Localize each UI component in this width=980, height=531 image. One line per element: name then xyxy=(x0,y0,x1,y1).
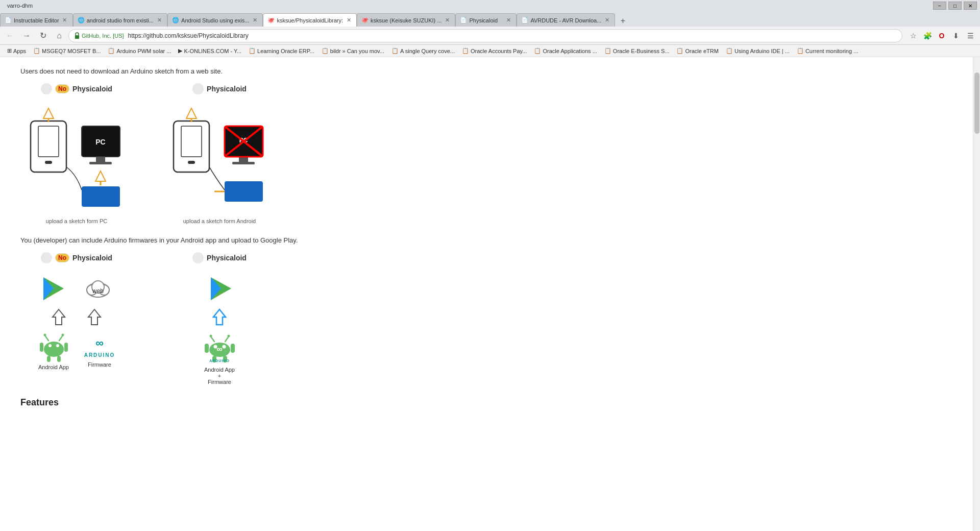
icon-row-arrow-right xyxy=(209,307,230,327)
bookmark-konlines-label: K-ONLINES.COM - Y... xyxy=(184,48,241,54)
no-badge-1: No xyxy=(55,84,69,93)
title-bar-text: varro-dhm xyxy=(7,3,33,9)
scrollbar-thumb[interactable] xyxy=(974,73,979,134)
section-title-left-2: No Physicaloid xyxy=(41,252,112,263)
bookmark-msgeq7[interactable]: 📋 MSGEQ7 MOSFET B... xyxy=(30,46,104,55)
lock-icon xyxy=(74,32,80,39)
android-app-label-left: Android App xyxy=(38,364,69,370)
comparison-col-right-2: Physicaloid xyxy=(163,252,276,385)
bookmark-arduino-pwm[interactable]: 📋 Arduino PWM solar ... xyxy=(105,46,174,55)
svg-rect-49 xyxy=(57,356,61,362)
menu-icon[interactable]: ☰ xyxy=(964,29,977,42)
tab-label-2: android studio from existi... xyxy=(87,17,154,23)
opera-icon[interactable]: O xyxy=(935,29,948,42)
bookmark-apps-label: Apps xyxy=(13,48,26,54)
page-content: Users does not need to download an Ardui… xyxy=(0,57,973,531)
extensions-icon[interactable]: 🧩 xyxy=(921,29,934,42)
svg-line-39 xyxy=(45,335,48,341)
tab-favicon-6: 📄 xyxy=(460,17,467,24)
bookmark-oracle-accounts[interactable]: 📋 Oracle Accounts Pay... xyxy=(459,46,530,55)
tab-close-5[interactable]: ✕ xyxy=(444,17,451,24)
tab-android-studio-1[interactable]: 🌐 android studio from existi... ✕ xyxy=(73,13,167,27)
svg-point-64 xyxy=(222,345,226,349)
bookmark-oracle-ebusiness[interactable]: 📋 Oracle E-Business S... xyxy=(601,46,673,55)
bookmark-oracle-etrm[interactable]: 📋 Oracle eTRM xyxy=(673,46,721,55)
up-arrow-left-1 xyxy=(48,307,69,327)
page-wrapper: Users does not need to download an Ardui… xyxy=(0,57,980,531)
bookmark-oracle-applications-label: Oracle Applications ... xyxy=(543,48,597,54)
bookmark-single-query-label: A single Query cove... xyxy=(400,48,455,54)
svg-line-59 xyxy=(225,336,229,342)
bookmark-arduino-ide[interactable]: 📋 Using Arduino IDE | ... xyxy=(723,46,793,55)
tab-close-6[interactable]: ✕ xyxy=(505,17,512,24)
tab-favicon-2: 🌐 xyxy=(78,17,85,24)
bookmark-oracle-applications[interactable]: 📋 Oracle Applications ... xyxy=(531,46,600,55)
bookmark-oracle-applications-icon: 📋 xyxy=(534,47,541,54)
icon-google-play-right xyxy=(206,275,234,303)
firmware-label-left: Firmware xyxy=(88,361,111,368)
reload-button[interactable]: ↻ xyxy=(36,29,50,43)
bookmark-oracle-accounts-label: Oracle Accounts Pay... xyxy=(471,48,527,54)
bookmark-single-query[interactable]: 📋 A single Query cove... xyxy=(388,46,458,55)
bookmark-bildr[interactable]: 📋 bildr » Can you mov... xyxy=(318,46,387,55)
bookmark-msgeq7-label: MSGEQ7 MOSFET B... xyxy=(42,48,101,54)
svg-point-40 xyxy=(43,334,46,336)
svg-text:∞: ∞ xyxy=(95,336,104,349)
title-bar: varro-dhm − □ ✕ xyxy=(0,0,980,11)
tab-avrdude[interactable]: 📄 AVRDUDE - AVR Downloa... ✕ xyxy=(517,13,615,27)
svg-marker-38 xyxy=(88,309,101,325)
bookmark-konlines-icon: ▶ xyxy=(178,47,182,54)
icon-row-bottom-left: Android App ∞ ARDUINO Firmware xyxy=(38,331,115,370)
bookmark-learning-oracle[interactable]: 📋 Learning Oracle ERP... xyxy=(246,46,317,55)
physicaloid-circle-2 xyxy=(192,252,204,263)
tab-close-1[interactable]: ✕ xyxy=(61,17,68,24)
bookmark-current-monitoring[interactable]: 📋 Current monitoring ... xyxy=(794,46,861,55)
home-button[interactable]: ⌂ xyxy=(52,29,66,43)
comparison-col-left-1: No Physicaloid PC xyxy=(20,83,133,224)
icon-grid-left: web xyxy=(38,275,115,370)
svg-point-63 xyxy=(213,345,217,349)
bookmark-learning-oracle-label: Learning Oracle ERP... xyxy=(257,48,314,54)
svg-point-45 xyxy=(56,344,59,347)
bookmark-star-icon[interactable]: ☆ xyxy=(906,29,920,42)
right-title-2: Physicaloid xyxy=(207,254,247,262)
tab-close-3[interactable]: ✕ xyxy=(251,17,258,24)
tab-favicon-3: 🌐 xyxy=(172,17,179,24)
tab-favicon-1: 📄 xyxy=(5,17,12,24)
bookmark-konlines[interactable]: ▶ K-ONLINES.COM - Y... xyxy=(175,46,244,55)
tab-label-5: ksksue (Keisuke SUZUKI) ... xyxy=(371,17,442,23)
tab-close-4[interactable]: ✕ xyxy=(345,17,352,24)
icon-row-arrows-left xyxy=(48,307,105,327)
right-title-1: Physicaloid xyxy=(207,85,247,93)
svg-rect-8 xyxy=(96,157,105,162)
forward-button[interactable]: → xyxy=(19,29,34,43)
minimize-button[interactable]: − xyxy=(933,2,946,10)
bookmark-apps[interactable]: ⊞ Apps xyxy=(4,46,29,55)
tab-physicaloid-library[interactable]: 🐙 ksksue/PhysicaloidLibrary: ✕ xyxy=(263,13,357,27)
comparison-section-1: No Physicaloid PC xyxy=(20,83,952,224)
download-icon[interactable]: ⬇ xyxy=(949,29,963,42)
svg-rect-9 xyxy=(89,162,112,164)
tab-close-7[interactable]: ✕ xyxy=(603,17,610,24)
diagram-no-physicaloid: PC xyxy=(20,101,133,213)
tab-label-3: Android Studio using exis... xyxy=(181,17,249,23)
tab-favicon-7: 📄 xyxy=(521,17,528,24)
svg-rect-0 xyxy=(75,35,79,39)
back-button[interactable]: ← xyxy=(3,29,17,43)
scrollbar[interactable] xyxy=(973,57,980,531)
tab-physicaloid[interactable]: 📄 Physicaloid ✕ xyxy=(455,13,517,27)
tab-android-studio-2[interactable]: 🌐 Android Studio using exis... ✕ xyxy=(167,13,263,27)
bookmark-arduino-pwm-label: Arduino PWM solar ... xyxy=(116,48,171,54)
restore-button[interactable]: □ xyxy=(948,2,962,10)
tab-close-2[interactable]: ✕ xyxy=(156,17,163,24)
new-tab-button[interactable]: + xyxy=(617,15,628,27)
close-button[interactable]: ✕ xyxy=(964,2,977,10)
icon-google-play-left xyxy=(38,275,66,303)
security-label: GitHub, Inc. [US] xyxy=(82,33,124,39)
features-heading: Features xyxy=(20,397,952,408)
tab-ksksue[interactable]: 🐙 ksksue (Keisuke SUZUKI) ... ✕ xyxy=(357,13,455,27)
tab-instructable[interactable]: 📄 Instructable Editor ✕ xyxy=(0,13,73,27)
svg-rect-24 xyxy=(225,126,263,157)
address-bar[interactable]: GitHub, Inc. [US] https://github.com/ksk… xyxy=(68,29,902,42)
comparison-col-right-1: Physicaloid PC xyxy=(163,83,276,224)
